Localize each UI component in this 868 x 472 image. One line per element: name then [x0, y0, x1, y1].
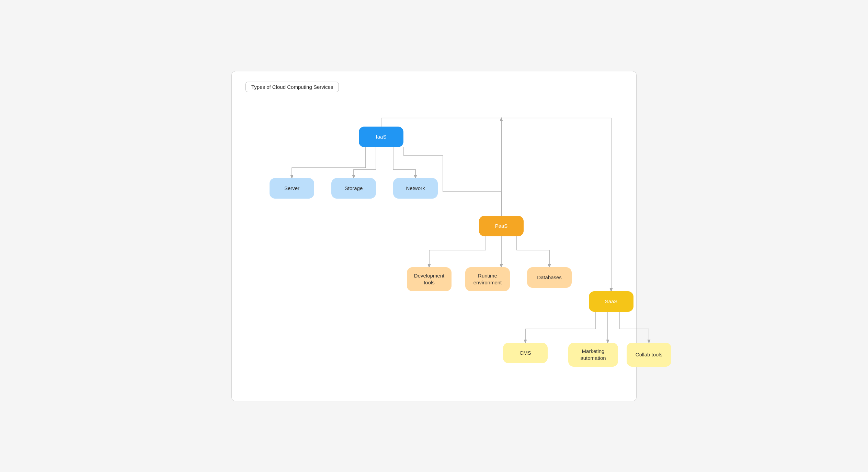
node-iaas[interactable]: IaaS: [359, 127, 403, 147]
connectors-svg: [245, 99, 623, 387]
node-network[interactable]: Network: [393, 178, 438, 199]
node-saas[interactable]: SaaS: [589, 291, 633, 312]
diagram-container: Types of Cloud Computing Services: [231, 71, 637, 401]
node-storage[interactable]: Storage: [331, 178, 376, 199]
node-runtime[interactable]: Runtime environment: [465, 267, 510, 291]
node-cms[interactable]: CMS: [503, 343, 548, 363]
diagram-area: IaaS Server Storage Network PaaS Develop…: [245, 99, 623, 387]
node-marketing[interactable]: Marketing automation: [568, 343, 618, 367]
node-databases[interactable]: Databases: [527, 267, 572, 288]
node-collab[interactable]: Collab tools: [627, 343, 671, 367]
node-devtools[interactable]: Development tools: [407, 267, 452, 291]
diagram-title: Types of Cloud Computing Services: [245, 82, 339, 92]
node-server[interactable]: Server: [270, 178, 314, 199]
node-paas[interactable]: PaaS: [479, 216, 524, 236]
